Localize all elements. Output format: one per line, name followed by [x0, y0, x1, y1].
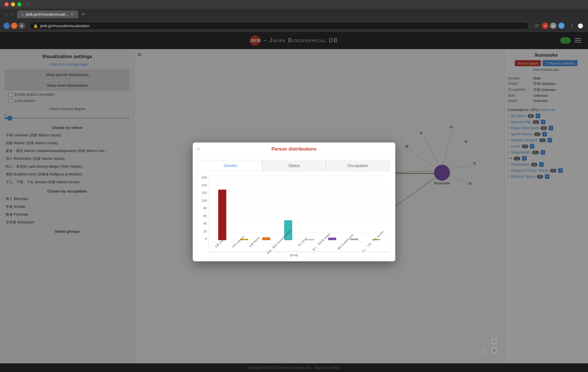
tab-gender[interactable]: Gender: [199, 161, 262, 171]
tab-occupation[interactable]: Occupation: [326, 161, 389, 171]
y-tick-label: 100: [202, 199, 207, 202]
bar-group: [300, 176, 321, 240]
x-axis-label: group: [199, 253, 389, 257]
bar-chart: 020406080100120140160 天明 Unknown不明 Unkno…: [199, 176, 389, 257]
forward-button[interactable]: ›: [11, 11, 14, 18]
y-tick-label: 60: [203, 214, 207, 218]
minimize-traffic-light[interactable]: [11, 2, 15, 6]
bar-group: [256, 176, 277, 240]
x-label-item: 僧侶 Buddhist cleric: [334, 240, 356, 244]
traffic-lights: [5, 2, 21, 6]
x-label-item: 浪人/other: [296, 240, 307, 244]
extension-icon-1[interactable]: i: [3, 23, 10, 29]
y-axis: 020406080100120140160: [199, 176, 209, 252]
x-label-item: 村人・本百姓 villager: [308, 240, 332, 244]
y-tick-label: 140: [202, 184, 207, 187]
close-traffic-light[interactable]: [5, 2, 9, 6]
bar[interactable]: [262, 237, 270, 240]
y-tick-label: 0: [205, 237, 207, 240]
history-button[interactable]: 🕐: [576, 22, 585, 30]
bar[interactable]: [328, 238, 336, 240]
extension-icon-3[interactable]: ■: [19, 23, 25, 29]
bar-group: [234, 176, 255, 240]
back-button[interactable]: ‹: [5, 11, 8, 18]
modal-header: × Person distributions: [193, 142, 395, 156]
ext-shield-icon[interactable]: ■: [550, 23, 556, 29]
tab-status[interactable]: Status: [262, 161, 326, 171]
new-tab-button[interactable]: +: [80, 10, 86, 19]
tab-title: jbdb.jp/#/vissuite/visuali...: [26, 12, 68, 16]
user-avatar-icon[interactable]: U: [558, 23, 565, 29]
browser-chrome: □ ‹ › ■ jbdb.jp/#/vissuite/visuali... ✕ …: [0, 0, 588, 32]
x-label-item: 武家 Warrior: [247, 240, 260, 244]
chart-inner: 020406080100120140160 天明 Unknown不明 Unkno…: [199, 176, 389, 252]
share-button[interactable]: ⇧: [569, 22, 575, 30]
reload-button[interactable]: ↺: [534, 22, 540, 30]
y-tick-label: 40: [203, 222, 207, 225]
address-bar[interactable]: 🔒 jbdb.jp/#/vissuite/visualization: [30, 22, 529, 30]
x-label-item: 不明 Unknown: [229, 240, 245, 244]
x-label-item: 家来・家臣/vassal/dependent: [262, 240, 295, 244]
modal-close-button[interactable]: ×: [197, 147, 200, 152]
maximize-traffic-light[interactable]: [17, 2, 21, 6]
bar-group: [366, 176, 387, 240]
y-tick-label: 160: [202, 176, 207, 179]
chart-plot: 天明 Unknown不明 Unknown武家 Warrior家来・家臣/vass…: [209, 176, 389, 252]
y-tick-label: 120: [202, 191, 207, 195]
modal-title: Person distributions: [271, 147, 317, 151]
lock-icon: 🔒: [33, 24, 38, 28]
bar-group: [322, 176, 343, 240]
nav-bar: i ● ■ 🔒 jbdb.jp/#/vissuite/visualization…: [0, 20, 588, 32]
bar-group: [212, 176, 233, 240]
x-label-item: 天明 Unknown: [212, 240, 228, 244]
modal-tabs: Gender Status Occupation: [199, 161, 389, 171]
tab-bar: ‹ › ■ jbdb.jp/#/vissuite/visuali... ✕ +: [0, 9, 588, 20]
x-axis-labels: 天明 Unknown不明 Unknown武家 Warrior家来・家臣/vass…: [209, 240, 389, 252]
ext-puzzle-icon[interactable]: ●: [542, 23, 548, 29]
person-distributions-modal: × Person distributions Gender Status Occ…: [193, 142, 395, 261]
active-tab[interactable]: ■ jbdb.jp/#/vissuite/visuali... ✕: [17, 10, 78, 18]
modal-body: Gender Status Occupation 020406080100120…: [193, 156, 395, 261]
y-tick-label: 80: [203, 206, 207, 210]
modal-overlay[interactable]: × Person distributions Gender Status Occ…: [0, 32, 588, 372]
title-bar: □: [0, 0, 588, 9]
tab-close-icon[interactable]: ✕: [71, 12, 74, 16]
square-icon: □: [27, 2, 30, 7]
bar[interactable]: [218, 190, 226, 240]
x-label-item: 下人、下男、下女 Servant: [357, 240, 387, 244]
bars-row: [209, 176, 389, 240]
bar-group: [344, 176, 365, 240]
extension-icon-2[interactable]: ●: [11, 23, 17, 29]
y-tick-label: 20: [203, 230, 207, 233]
url-text: jbdb.jp/#/vissuite/visualization: [40, 24, 90, 28]
